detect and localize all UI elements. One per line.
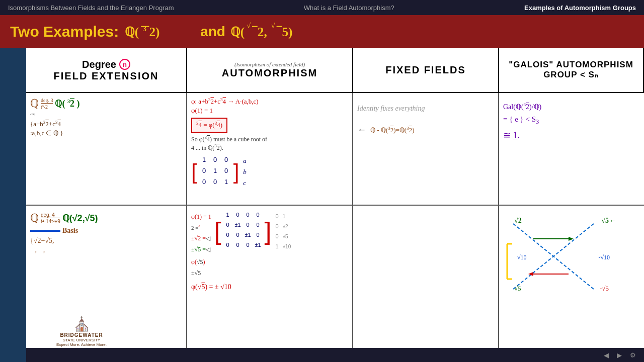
bridgewater-logo: ⛪ BRIDGEWATER STATE UNIVERSITY Expect Mo… <box>56 316 107 347</box>
title-label: Two Examples: <box>10 23 119 40</box>
row1-fixed-identity: Identity fixes everything <box>357 102 425 115</box>
row1-fixed-cell: Identity fixes everything ← ℚ - ℚ(32)=ℚ(… <box>353 93 499 205</box>
nav-right[interactable]: Examples of Automorphism Groups <box>524 4 636 12</box>
nav-middle[interactable]: What is a Field Automorphism? <box>304 4 394 12</box>
title-bar: Two Examples: ℚ( 3 2 ) and ℚ( √ 2, √ 5) <box>0 15 644 48</box>
row1-galois-set: = { e } < S3 <box>503 115 539 126</box>
settings-button[interactable]: ⚙ <box>630 351 636 359</box>
row2-fixed-cell <box>353 206 499 362</box>
row1-fe-content: ℚ deg. 3 t³-2 ℚ( 32 ) “” <box>30 97 79 137</box>
col-header-galois: "GALOIS" AUTOMORPHISM GROUP < Sₙ <box>499 48 644 92</box>
svg-text:5): 5) <box>282 25 292 39</box>
row2-matrix: 1000 0±100 00±10 000±1 <box>223 212 263 251</box>
row1-galois-cell: Gal(ℚ(32)/ℚ) = { e } < S3 ≅ 1. <box>499 93 644 205</box>
svg-text:): ) <box>155 25 159 39</box>
row1-fixed-arrow-eq: ← ℚ - ℚ(32)=ℚ(32) <box>357 125 415 135</box>
col-header-field-extension: Degree n FIELD EXTENSION <box>26 48 187 92</box>
row1-galois-gal: Gal(ℚ(32)/ℚ) <box>503 102 541 111</box>
svg-text:2,: 2, <box>258 25 267 39</box>
galois-title: "GALOIS" AUTOMORPHISM GROUP < Sₙ <box>503 60 639 80</box>
main-content: Degree n FIELD EXTENSION (Isomorphism of… <box>0 48 644 362</box>
svg-text:2: 2 <box>149 25 156 39</box>
svg-text:√: √ <box>247 22 251 30</box>
svg-text:ℚ(: ℚ( <box>230 25 245 39</box>
row1-phi1: φ(1) = 1 <box>191 107 213 115</box>
row1-auto-map: φ: a+b32+c34 → A·(a,b,c) <box>191 97 259 106</box>
row1-field-extension-cell: ℚ deg. 3 t³-2 ℚ( 32 ) “” <box>26 93 187 205</box>
row2-galois-diagram: √2 √5 ← √5 -√5 √10 -√10 <box>503 214 614 302</box>
table-area: Degree n FIELD EXTENSION (Isomorphism of… <box>26 48 644 362</box>
data-rows: ℚ deg. 3 t³-2 ℚ( 32 ) “” <box>26 93 644 362</box>
row1-auto-cell: φ: a+b32+c34 → A·(a,b,c) φ(1) = 1 34 = φ… <box>187 93 353 205</box>
svg-text:ℚ(: ℚ( <box>125 25 139 39</box>
next-button[interactable]: ▶ <box>617 351 622 359</box>
title-expr2: ℚ( √ 2, √ 5) <box>229 20 320 43</box>
title-expr1: ℚ( 3 2 ) <box>124 20 196 43</box>
top-navigation: Isomorphisms Between Fields and the Erla… <box>0 0 644 15</box>
degree-label: Degree n <box>82 59 130 70</box>
row1-fixed-eq: ℚ - ℚ(32)=ℚ(32) <box>370 126 415 134</box>
left-sidebar-strip <box>0 48 26 362</box>
svg-text:3: 3 <box>143 25 146 33</box>
column-headers: Degree n FIELD EXTENSION (Isomorphism of… <box>26 48 644 93</box>
row1-auto-note: So φ(34) must be a cube root of 4 ... in… <box>191 135 272 152</box>
bottom-bar: ◀ ▶ ⚙ <box>26 348 644 362</box>
degree-n-circle: n <box>119 59 130 70</box>
row1-matrix-vec: a b c <box>243 156 247 188</box>
fixed-fields-title: FIXED FIELDS <box>385 64 466 76</box>
col-header-fixed-fields: FIXED FIELDS <box>353 48 499 92</box>
field-extension-title: FIELD EXTENSION <box>54 70 159 81</box>
row1-galois-iso: ≅ 1. <box>503 130 520 141</box>
svg-text:√: √ <box>271 22 275 30</box>
row2-matrix-vec: 0 0 0 1 <box>276 212 279 251</box>
automorphism-title: AUTOMORPHISM <box>222 67 317 79</box>
col-header-automorphism: (Isomorphism of extended field) AUTOMORP… <box>187 48 353 92</box>
table-row-1: ℚ deg. 3 t³-2 ℚ( 32 ) “” <box>26 93 644 206</box>
row2-field-extension-cell: ℚ deg. 4 t⁴-14t²+9 ℚ(√2,√5) Basis <box>26 206 187 362</box>
table-row-2: ℚ deg. 4 t⁴-14t²+9 ℚ(√2,√5) Basis <box>26 206 644 362</box>
title-and: and <box>200 24 225 40</box>
row2-galois-cell: √2 √5 ← √5 -√5 √10 -√10 <box>499 206 644 362</box>
row2-auto-cell: φ(1) = 1 2 =a ±√2 =◁ ±√5 =◁ φ(√5) ±√5 [ … <box>187 206 353 362</box>
prev-button[interactable]: ◀ <box>604 351 609 359</box>
row1-matrix: 100 010 001 <box>199 156 231 188</box>
row2-phi5: φ(√5) = ± √10 <box>191 283 231 291</box>
nav-left[interactable]: Isomorphisms Between Fields and the Erla… <box>8 4 174 12</box>
row2-basis: {√2+√5, <box>30 237 54 245</box>
